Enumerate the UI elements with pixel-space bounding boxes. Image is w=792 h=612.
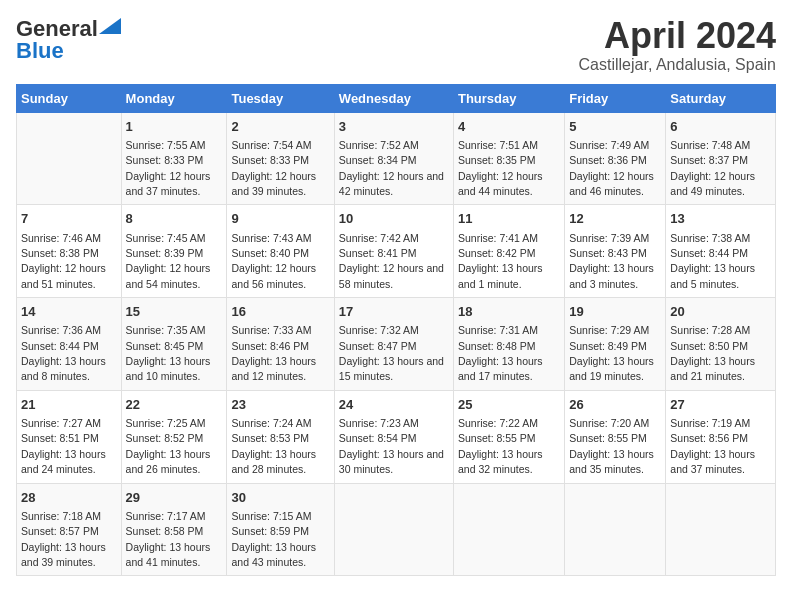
- day-sunset: Sunset: 8:35 PM: [458, 154, 536, 166]
- day-sunrise: Sunrise: 7:48 AM: [670, 139, 750, 151]
- day-number: 11: [458, 210, 560, 228]
- day-sunset: Sunset: 8:37 PM: [670, 154, 748, 166]
- table-row: [666, 483, 776, 576]
- table-row: 16Sunrise: 7:33 AMSunset: 8:46 PMDayligh…: [227, 298, 334, 391]
- day-sunrise: Sunrise: 7:28 AM: [670, 324, 750, 336]
- table-row: 15Sunrise: 7:35 AMSunset: 8:45 PMDayligh…: [121, 298, 227, 391]
- table-row: 26Sunrise: 7:20 AMSunset: 8:55 PMDayligh…: [565, 390, 666, 483]
- table-row: 10Sunrise: 7:42 AMSunset: 8:41 PMDayligh…: [334, 205, 453, 298]
- table-row: 20Sunrise: 7:28 AMSunset: 8:50 PMDayligh…: [666, 298, 776, 391]
- day-sunset: Sunset: 8:50 PM: [670, 340, 748, 352]
- day-number: 17: [339, 303, 449, 321]
- day-number: 30: [231, 489, 329, 507]
- day-number: 10: [339, 210, 449, 228]
- day-daylight: Daylight: 12 hours and 44 minutes.: [458, 170, 543, 197]
- day-number: 5: [569, 118, 661, 136]
- day-daylight: Daylight: 12 hours and 37 minutes.: [126, 170, 211, 197]
- day-sunrise: Sunrise: 7:31 AM: [458, 324, 538, 336]
- day-sunset: Sunset: 8:47 PM: [339, 340, 417, 352]
- day-daylight: Daylight: 12 hours and 54 minutes.: [126, 262, 211, 289]
- day-number: 2: [231, 118, 329, 136]
- day-daylight: Daylight: 12 hours and 58 minutes.: [339, 262, 444, 289]
- table-row: [17, 112, 122, 205]
- day-sunrise: Sunrise: 7:33 AM: [231, 324, 311, 336]
- day-sunrise: Sunrise: 7:24 AM: [231, 417, 311, 429]
- day-number: 3: [339, 118, 449, 136]
- day-sunset: Sunset: 8:40 PM: [231, 247, 309, 259]
- table-row: 18Sunrise: 7:31 AMSunset: 8:48 PMDayligh…: [453, 298, 564, 391]
- table-row: 27Sunrise: 7:19 AMSunset: 8:56 PMDayligh…: [666, 390, 776, 483]
- day-sunset: Sunset: 8:38 PM: [21, 247, 99, 259]
- calendar-table: Sunday Monday Tuesday Wednesday Thursday…: [16, 84, 776, 577]
- day-sunrise: Sunrise: 7:15 AM: [231, 510, 311, 522]
- table-row: 19Sunrise: 7:29 AMSunset: 8:49 PMDayligh…: [565, 298, 666, 391]
- day-daylight: Daylight: 13 hours and 39 minutes.: [21, 541, 106, 568]
- day-sunset: Sunset: 8:57 PM: [21, 525, 99, 537]
- table-row: [453, 483, 564, 576]
- day-number: 12: [569, 210, 661, 228]
- day-sunrise: Sunrise: 7:51 AM: [458, 139, 538, 151]
- table-row: 23Sunrise: 7:24 AMSunset: 8:53 PMDayligh…: [227, 390, 334, 483]
- day-sunset: Sunset: 8:44 PM: [21, 340, 99, 352]
- day-number: 18: [458, 303, 560, 321]
- day-daylight: Daylight: 13 hours and 28 minutes.: [231, 448, 316, 475]
- day-sunset: Sunset: 8:33 PM: [231, 154, 309, 166]
- day-sunrise: Sunrise: 7:22 AM: [458, 417, 538, 429]
- table-row: 24Sunrise: 7:23 AMSunset: 8:54 PMDayligh…: [334, 390, 453, 483]
- day-sunset: Sunset: 8:41 PM: [339, 247, 417, 259]
- day-sunset: Sunset: 8:53 PM: [231, 432, 309, 444]
- day-sunset: Sunset: 8:49 PM: [569, 340, 647, 352]
- day-sunset: Sunset: 8:51 PM: [21, 432, 99, 444]
- svg-marker-0: [99, 18, 121, 34]
- day-sunrise: Sunrise: 7:39 AM: [569, 232, 649, 244]
- day-number: 16: [231, 303, 329, 321]
- day-sunrise: Sunrise: 7:52 AM: [339, 139, 419, 151]
- day-sunrise: Sunrise: 7:25 AM: [126, 417, 206, 429]
- day-sunset: Sunset: 8:44 PM: [670, 247, 748, 259]
- day-sunrise: Sunrise: 7:18 AM: [21, 510, 101, 522]
- day-daylight: Daylight: 13 hours and 30 minutes.: [339, 448, 444, 475]
- calendar-week-row: 1Sunrise: 7:55 AMSunset: 8:33 PMDaylight…: [17, 112, 776, 205]
- day-sunrise: Sunrise: 7:49 AM: [569, 139, 649, 151]
- table-row: 21Sunrise: 7:27 AMSunset: 8:51 PMDayligh…: [17, 390, 122, 483]
- day-sunset: Sunset: 8:45 PM: [126, 340, 204, 352]
- table-row: 6Sunrise: 7:48 AMSunset: 8:37 PMDaylight…: [666, 112, 776, 205]
- day-sunset: Sunset: 8:43 PM: [569, 247, 647, 259]
- calendar-subtitle: Castillejar, Andalusia, Spain: [579, 56, 776, 74]
- day-daylight: Daylight: 13 hours and 8 minutes.: [21, 355, 106, 382]
- calendar-header-row: Sunday Monday Tuesday Wednesday Thursday…: [17, 84, 776, 112]
- day-number: 21: [21, 396, 117, 414]
- logo-blue: Blue: [16, 38, 64, 64]
- day-daylight: Daylight: 12 hours and 46 minutes.: [569, 170, 654, 197]
- day-sunrise: Sunrise: 7:38 AM: [670, 232, 750, 244]
- day-sunrise: Sunrise: 7:36 AM: [21, 324, 101, 336]
- day-sunset: Sunset: 8:59 PM: [231, 525, 309, 537]
- day-number: 20: [670, 303, 771, 321]
- day-daylight: Daylight: 13 hours and 12 minutes.: [231, 355, 316, 382]
- table-row: 13Sunrise: 7:38 AMSunset: 8:44 PMDayligh…: [666, 205, 776, 298]
- table-row: [565, 483, 666, 576]
- day-daylight: Daylight: 13 hours and 26 minutes.: [126, 448, 211, 475]
- day-daylight: Daylight: 13 hours and 35 minutes.: [569, 448, 654, 475]
- day-daylight: Daylight: 13 hours and 17 minutes.: [458, 355, 543, 382]
- day-daylight: Daylight: 12 hours and 39 minutes.: [231, 170, 316, 197]
- logo: General Blue: [16, 16, 121, 64]
- day-number: 4: [458, 118, 560, 136]
- day-sunrise: Sunrise: 7:19 AM: [670, 417, 750, 429]
- day-sunset: Sunset: 8:56 PM: [670, 432, 748, 444]
- header-wednesday: Wednesday: [334, 84, 453, 112]
- day-daylight: Daylight: 13 hours and 24 minutes.: [21, 448, 106, 475]
- table-row: 2Sunrise: 7:54 AMSunset: 8:33 PMDaylight…: [227, 112, 334, 205]
- day-number: 14: [21, 303, 117, 321]
- day-sunrise: Sunrise: 7:45 AM: [126, 232, 206, 244]
- day-number: 23: [231, 396, 329, 414]
- day-daylight: Daylight: 13 hours and 32 minutes.: [458, 448, 543, 475]
- logo-arrow-icon: [99, 18, 121, 34]
- day-sunset: Sunset: 8:54 PM: [339, 432, 417, 444]
- table-row: [334, 483, 453, 576]
- day-number: 26: [569, 396, 661, 414]
- day-number: 28: [21, 489, 117, 507]
- calendar-title: April 2024: [579, 16, 776, 56]
- day-daylight: Daylight: 13 hours and 37 minutes.: [670, 448, 755, 475]
- day-daylight: Daylight: 13 hours and 1 minute.: [458, 262, 543, 289]
